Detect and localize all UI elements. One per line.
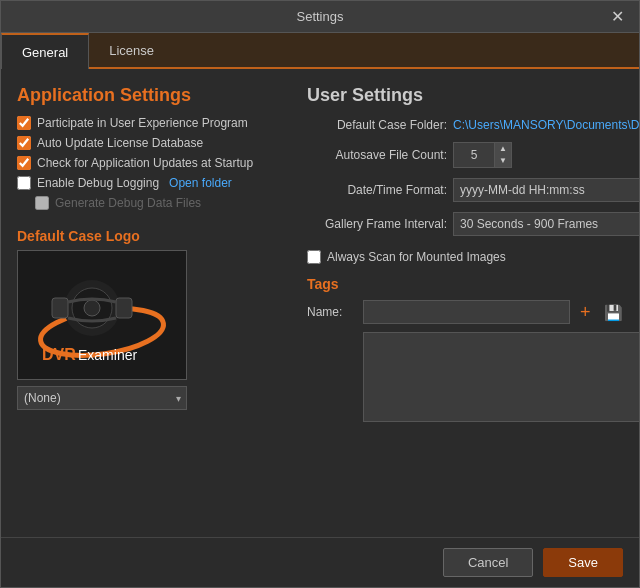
autosave-label: Autosave File Count: [307, 148, 447, 162]
logo-section: Default Case Logo [17, 228, 287, 410]
right-panel: User Settings Default Case Folder: C:\Us… [307, 85, 639, 521]
tags-section-title: Tags [307, 276, 639, 292]
dialog-title: Settings [33, 9, 607, 24]
tags-input-row: Name: + 💾 🗑 [307, 300, 639, 324]
autosave-row: Autosave File Count: ▲ ▼ [307, 142, 639, 168]
gallery-label: Gallery Frame Interval: [307, 217, 447, 231]
always-scan-checkbox[interactable] [307, 250, 321, 264]
delete-tag-button[interactable]: 🗑 [633, 305, 639, 320]
always-scan-label[interactable]: Always Scan for Mounted Images [327, 250, 506, 264]
checkbox-ux[interactable] [17, 116, 31, 130]
default-case-folder-label: Default Case Folder: [307, 118, 447, 132]
checkbox-checkupdates[interactable] [17, 156, 31, 170]
tags-section: Tags Name: + 💾 🗑 [307, 276, 639, 422]
cancel-button[interactable]: Cancel [443, 548, 533, 577]
datetime-label: Date/Time Format: [307, 183, 447, 197]
checkbox-debug[interactable] [17, 176, 31, 190]
checkbox-checkupdates-label[interactable]: Check for Application Updates at Startup [37, 156, 253, 170]
close-button[interactable]: ✕ [607, 7, 627, 26]
checkbox-autoupdate-row: Auto Update License Database [17, 136, 287, 150]
spin-up-button[interactable]: ▲ [495, 143, 511, 155]
checkbox-ux-row: Participate in User Experience Program [17, 116, 287, 130]
svg-text:Examiner: Examiner [78, 347, 137, 363]
tags-name-label: Name: [307, 305, 357, 319]
svg-text:DVR: DVR [42, 346, 76, 363]
tab-general[interactable]: General [1, 33, 89, 69]
checkbox-checkupdates-row: Check for Application Updates at Startup [17, 156, 287, 170]
checkbox-ux-label[interactable]: Participate in User Experience Program [37, 116, 248, 130]
tags-name-input[interactable] [363, 300, 570, 324]
svg-rect-5 [116, 298, 132, 318]
checkbox-debugfiles-row: Generate Debug Data Files [17, 196, 287, 210]
autosave-spinbox[interactable]: ▲ ▼ [453, 142, 512, 168]
gallery-row: Gallery Frame Interval: 30 Seconds - 900… [307, 212, 639, 236]
svg-point-3 [84, 300, 100, 316]
tabs-bar: General License [1, 33, 639, 69]
logo-section-title: Default Case Logo [17, 228, 287, 244]
always-scan-row: Always Scan for Mounted Images [307, 250, 639, 264]
left-panel: Application Settings Participate in User… [17, 85, 287, 521]
datetime-dropdown-wrapper: yyyy-MM-dd HH:mm:ss MM/dd/yyyy HH:mm:ss … [453, 178, 639, 202]
logo-select-wrapper: (None) Option 1 ▾ [17, 386, 187, 410]
checkbox-debug-label[interactable]: Enable Debug Logging [37, 176, 159, 190]
checkbox-autoupdate-label[interactable]: Auto Update License Database [37, 136, 203, 150]
gallery-select[interactable]: 30 Seconds - 900 Frames 60 Seconds - 180… [453, 212, 639, 236]
user-settings-title: User Settings [307, 85, 639, 106]
default-case-folder-value[interactable]: C:\Users\MANSORY\Documents\DV... [453, 118, 639, 132]
spin-down-button[interactable]: ▼ [495, 155, 511, 167]
add-tag-button[interactable]: + [576, 303, 595, 321]
datetime-row: Date/Time Format: yyyy-MM-dd HH:mm:ss MM… [307, 178, 639, 202]
checkbox-debugfiles[interactable] [35, 196, 49, 210]
checkbox-debugfiles-label: Generate Debug Data Files [55, 196, 201, 210]
main-content: Application Settings Participate in User… [1, 69, 639, 537]
tags-list [363, 332, 639, 422]
settings-dialog: Settings ✕ General License Application S… [0, 0, 640, 588]
tab-license[interactable]: License [89, 33, 174, 67]
logo-svg: DVR Examiner [32, 260, 172, 370]
spinbox-buttons: ▲ ▼ [494, 143, 511, 167]
svg-rect-4 [52, 298, 68, 318]
footer: Cancel Save [1, 537, 639, 587]
datetime-select[interactable]: yyyy-MM-dd HH:mm:ss MM/dd/yyyy HH:mm:ss … [453, 178, 639, 202]
checkbox-autoupdate[interactable] [17, 136, 31, 150]
title-bar: Settings ✕ [1, 1, 639, 33]
logo-select[interactable]: (None) Option 1 [17, 386, 187, 410]
gallery-dropdown-wrapper: 30 Seconds - 900 Frames 60 Seconds - 180… [453, 212, 639, 236]
app-settings-title: Application Settings [17, 85, 287, 106]
default-case-folder-row: Default Case Folder: C:\Users\MANSORY\Do… [307, 118, 639, 132]
save-tag-button[interactable]: 💾 [600, 305, 627, 320]
checkbox-debug-row: Enable Debug Logging Open folder [17, 176, 287, 190]
save-button[interactable]: Save [543, 548, 623, 577]
logo-preview: DVR Examiner [17, 250, 187, 380]
open-folder-link[interactable]: Open folder [169, 176, 232, 190]
autosave-input[interactable] [454, 146, 494, 164]
